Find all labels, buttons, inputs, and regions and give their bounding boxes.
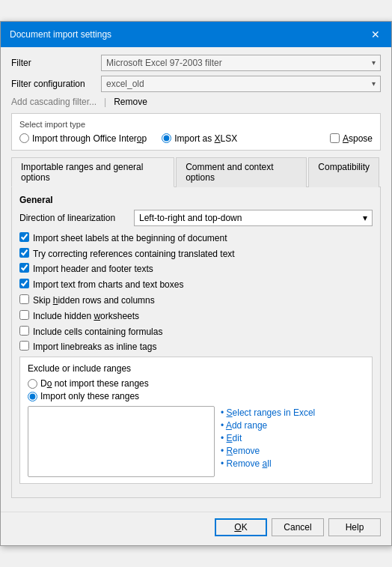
ranges-radio-item-2: Import only these ranges xyxy=(28,391,364,401)
title-bar: Document import settings ✕ xyxy=(1,22,391,47)
checkbox-label-5: Include hidden worksheets xyxy=(33,310,139,323)
add-cascading-link[interactable]: Add cascading filter... xyxy=(11,97,97,107)
tab-comment[interactable]: Comment and context options xyxy=(176,157,307,187)
filter-links-row: Add cascading filter... | Remove xyxy=(11,97,381,107)
ranges-section: Exclude or include ranges Do not import … xyxy=(19,357,373,484)
checkbox-row-5: Include hidden worksheets xyxy=(19,310,373,323)
filter-combo[interactable]: Microsoft Excel 97-2003 filter ▾ xyxy=(101,55,381,71)
direction-label: Direction of linearization xyxy=(19,213,128,223)
ranges-radio-item-1: Do not import these ranges xyxy=(28,378,364,389)
checkbox-label-2: Import header and footer texts xyxy=(33,263,153,276)
checkbox-row-7: Import linebreaks as inline tags xyxy=(19,341,373,354)
checkbox-5[interactable] xyxy=(19,310,29,320)
checkbox-label-3: Import text from charts and text boxes xyxy=(33,279,183,291)
ranges-radio-1[interactable] xyxy=(28,379,37,389)
tabs-bar: Importable ranges and general options Co… xyxy=(11,157,381,187)
checkbox-7[interactable] xyxy=(19,341,29,351)
filter-config-combo-arrow: ▾ xyxy=(372,79,376,88)
checkbox-row-1: Try correcting references containing tra… xyxy=(19,248,373,261)
filter-config-combo[interactable]: excel_old ▾ xyxy=(101,76,381,92)
ranges-listbox[interactable] xyxy=(28,406,215,477)
filter-config-value: excel_old xyxy=(106,79,144,89)
radio-xlsx-input[interactable] xyxy=(162,133,171,143)
aspose-checkbox[interactable] xyxy=(330,133,340,143)
radio-xlsx-label: Import as XLSX xyxy=(174,133,237,144)
import-type-section: Select import type Import through Office… xyxy=(11,113,381,151)
edit-range-link[interactable]: • Edit xyxy=(221,433,315,443)
ranges-radio-label-2: Import only these ranges xyxy=(40,391,139,401)
filter-config-row: Filter configuration excel_old ▾ xyxy=(11,76,381,92)
direction-row: Direction of linearization Left-to-right… xyxy=(19,210,373,226)
remove-all-link[interactable]: • Remove all xyxy=(221,458,315,469)
checkbox-row-0: Import sheet labels at the beginning of … xyxy=(19,232,373,245)
checkbox-label-7: Import linebreaks as inline tags xyxy=(33,341,156,354)
checkbox-1[interactable] xyxy=(19,248,29,258)
ranges-radio-label-1: Do not import these ranges xyxy=(40,378,149,389)
checkbox-3[interactable] xyxy=(19,279,29,288)
import-type-radios: Import through Office Interop Import as … xyxy=(19,133,373,144)
radio-interop-label: Import through Office Interop xyxy=(32,133,147,144)
checkbox-label-6: Include cells containing formulas xyxy=(33,326,162,339)
tab-compat[interactable]: Compatibility xyxy=(308,157,379,187)
checkbox-row-6: Include cells containing formulas xyxy=(19,326,373,339)
dialog-title: Document import settings xyxy=(10,29,111,40)
checkbox-2[interactable] xyxy=(19,263,29,273)
radio-interop: Import through Office Interop xyxy=(19,133,147,144)
radio-xlsx: Import as XLSX xyxy=(162,133,237,144)
remove-range-link[interactable]: • Remove xyxy=(221,446,315,456)
tab-content-ranges: General Direction of linearization Left-… xyxy=(11,187,381,498)
ok-button[interactable]: OK xyxy=(215,518,267,536)
ranges-content: • Select ranges in Excel • Add range • E… xyxy=(28,406,364,477)
aspose-label: Aspose xyxy=(343,133,373,144)
checkbox-row-4: Skip hidden rows and columns xyxy=(19,294,373,307)
close-button[interactable]: ✕ xyxy=(369,28,382,41)
ranges-radio-2[interactable] xyxy=(28,392,37,401)
add-range-link[interactable]: • Add range xyxy=(221,420,315,431)
filter-label: Filter xyxy=(11,58,101,68)
dialog-window: Document import settings ✕ Filter Micros… xyxy=(0,21,392,546)
direction-combo[interactable]: Left-to-right and top-down ▾ xyxy=(134,210,373,226)
checkbox-6[interactable] xyxy=(19,326,29,336)
direction-combo-arrow: ▾ xyxy=(363,213,367,223)
dialog-body: Filter Microsoft Excel 97-2003 filter ▾ … xyxy=(1,47,391,512)
dialog-footer: OK Cancel Help xyxy=(1,512,391,545)
filter-combo-arrow: ▾ xyxy=(372,58,376,67)
ranges-title: Exclude or include ranges xyxy=(28,363,364,374)
general-title: General xyxy=(19,195,373,205)
filter-value: Microsoft Excel 97-2003 filter xyxy=(106,58,222,68)
checkbox-4[interactable] xyxy=(19,294,29,304)
checkbox-row-2: Import header and footer texts xyxy=(19,263,373,276)
direction-value: Left-to-right and top-down xyxy=(139,213,242,223)
import-type-label: Select import type xyxy=(19,120,373,129)
checkbox-0[interactable] xyxy=(19,232,29,242)
checkbox-label-4: Skip hidden rows and columns xyxy=(33,294,155,307)
tab-ranges[interactable]: Importable ranges and general options xyxy=(11,157,174,187)
ranges-links: • Select ranges in Excel • Add range • E… xyxy=(221,406,315,477)
ranges-radio-group: Do not import these ranges Import only t… xyxy=(28,378,364,401)
filter-config-label: Filter configuration xyxy=(11,79,101,89)
aspose-item: Aspose xyxy=(330,133,373,144)
help-button[interactable]: Help xyxy=(328,518,381,536)
radio-interop-input[interactable] xyxy=(19,133,29,143)
filter-row: Filter Microsoft Excel 97-2003 filter ▾ xyxy=(11,55,381,71)
filter-link-divider: | xyxy=(104,97,106,107)
select-ranges-link[interactable]: • Select ranges in Excel xyxy=(221,407,315,418)
checkbox-label-0: Import sheet labels at the beginning of … xyxy=(33,232,227,245)
checkbox-label-1: Try correcting references containing tra… xyxy=(33,248,235,261)
remove-filter-link[interactable]: Remove xyxy=(114,97,147,107)
cancel-button[interactable]: Cancel xyxy=(272,518,324,536)
checkbox-row-3: Import text from charts and text boxes xyxy=(19,279,373,291)
